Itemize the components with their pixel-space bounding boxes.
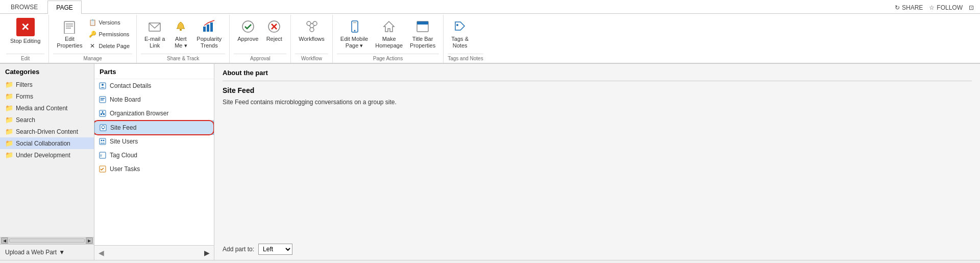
tag-cloud-icon: # — [99, 151, 107, 159]
category-forms[interactable]: 📁 Forms — [0, 90, 94, 102]
tab-page[interactable]: PAGE — [47, 1, 81, 14]
workflow-items: Workflows — [295, 16, 328, 53]
approve-icon — [240, 18, 256, 35]
alert-icon — [173, 18, 189, 35]
workflows-button[interactable]: Workflows — [295, 16, 328, 45]
delete-page-button[interactable]: ✕ Delete Page — [86, 40, 132, 52]
categories-list: 📁 Filters 📁 Forms 📁 Media and Content 📁 … — [0, 79, 94, 237]
categories-pane: Categories 📁 Filters 📁 Forms 📁 Media and… — [0, 64, 94, 260]
email-link-button[interactable]: E-mail aLink — [141, 16, 168, 52]
tags-notes-items: Tags &Notes — [448, 16, 472, 53]
tags-notes-button[interactable]: Tags &Notes — [448, 16, 472, 52]
mobile-label: Edit MobilePage ▾ — [340, 36, 368, 49]
popularity-trends-button[interactable]: PopularityTrends — [193, 16, 225, 52]
category-social-collab[interactable]: 📁 Social Collaboration — [0, 137, 94, 149]
part-site-feed[interactable]: Site Feed — [94, 121, 214, 135]
add-part-label: Add part to: — [223, 246, 254, 253]
title-bar-properties-button[interactable]: Title BarProperties — [406, 16, 439, 52]
homepage-label: MakeHomepage — [375, 36, 403, 49]
svg-point-20 — [354, 30, 356, 32]
part-tag-cloud[interactable]: # Tag Cloud — [94, 149, 214, 162]
tag-cloud-label: Tag Cloud — [110, 152, 137, 159]
delete-icon: ✕ — [88, 42, 96, 50]
mobile-icon — [346, 18, 362, 35]
category-search-driven-label: Search-Driven Content — [16, 128, 78, 135]
page-action-items: Edit MobilePage ▾ MakeHomepage Title Bar… — [337, 16, 439, 53]
minimize-button[interactable]: ⊡ — [969, 4, 974, 11]
svg-rect-29 — [101, 98, 105, 99]
about-pane: About the part Site Feed Site Feed conta… — [214, 64, 980, 260]
tags-notes-label: Tags &Notes — [451, 36, 469, 49]
category-filters[interactable]: 📁 Filters — [0, 79, 94, 90]
reject-button[interactable]: Reject — [262, 16, 286, 45]
stop-editing-button[interactable]: ✕ Stop Editing — [6, 16, 44, 46]
scroll-right-button[interactable]: ▶ — [86, 237, 93, 244]
ribbon: BROWSE PAGE ↻ SHARE ☆ FOLLOW ⊡ — [0, 0, 980, 63]
permissions-icon: 🔑 — [88, 30, 96, 38]
edit-properties-button[interactable]: EditProperties — [53, 16, 86, 52]
parts-nav: ◀ ▶ — [94, 245, 214, 260]
svg-rect-5 — [180, 29, 182, 31]
category-under-dev-label: Under Development — [16, 152, 70, 159]
site-users-icon — [99, 137, 107, 146]
part-contact-details[interactable]: Contact Details — [94, 79, 214, 93]
org-browser-label: Organization Browser — [110, 110, 168, 117]
ribbon-group-workflow: Workflows Workflow — [291, 15, 333, 63]
popularity-icon — [201, 18, 217, 35]
svg-point-15 — [310, 28, 314, 32]
follow-button[interactable]: ☆ FOLLOW — [929, 4, 963, 11]
parts-prev-button[interactable]: ◀ — [99, 249, 104, 257]
categories-title: Categories — [0, 64, 94, 79]
alert-me-button[interactable]: AlertMe ▾ — [168, 16, 193, 52]
follow-label: FOLLOW — [937, 4, 963, 11]
scroll-track — [9, 238, 85, 243]
scroll-left-button[interactable]: ◀ — [1, 237, 8, 244]
part-note-board[interactable]: Note Board — [94, 93, 214, 107]
versions-button[interactable]: 📋 Versions — [86, 17, 132, 28]
category-search-driven[interactable]: 📁 Search-Driven Content — [0, 126, 94, 137]
reject-label: Reject — [266, 36, 282, 42]
make-homepage-button[interactable]: MakeHomepage — [372, 16, 406, 52]
tab-browse[interactable]: BROWSE — [2, 0, 46, 13]
permissions-button[interactable]: 🔑 Permissions — [86, 29, 132, 40]
webparts-panel: Categories 📁 Filters 📁 Forms 📁 Media and… — [0, 63, 980, 260]
part-org-browser[interactable]: Organization Browser — [94, 107, 214, 121]
approve-button[interactable]: Approve — [234, 16, 262, 45]
email-icon — [146, 18, 163, 35]
category-media-content[interactable]: 📁 Media and Content — [0, 102, 94, 114]
horizontal-scrollbar[interactable]: ◀ ▶ — [0, 237, 94, 244]
title-bar-label: Title BarProperties — [410, 36, 435, 49]
part-site-users[interactable]: Site Users — [94, 135, 214, 149]
reject-icon — [266, 18, 282, 35]
parts-title: Parts — [94, 64, 214, 79]
parts-pane: Parts Contact Details Note Board — [94, 64, 214, 260]
upload-webpart-button[interactable]: Upload a Web Part ▼ — [0, 244, 94, 260]
svg-point-41 — [103, 140, 105, 141]
site-feed-label: Site Feed — [110, 124, 136, 131]
upload-webpart-arrow: ▼ — [59, 249, 65, 256]
manage-small-group: 📋 Versions 🔑 Permissions ✕ Delete Page — [86, 16, 132, 53]
top-right-actions: ↻ SHARE ☆ FOLLOW ⊡ — [895, 4, 974, 11]
manage-group-items: EditProperties 📋 Versions 🔑 Permissions … — [53, 16, 132, 53]
svg-point-27 — [102, 84, 104, 86]
svg-rect-2 — [66, 26, 73, 27]
category-search[interactable]: 📁 Search — [0, 114, 94, 126]
parts-next-button[interactable]: ▶ — [204, 249, 210, 257]
workflow-label: Workflow — [295, 54, 328, 63]
category-under-dev[interactable]: 📁 Under Development — [0, 149, 94, 161]
folder-icon-dev: 📁 — [5, 151, 13, 159]
part-user-tasks[interactable]: User Tasks — [94, 162, 214, 176]
edit-group-items: ✕ Stop Editing — [6, 16, 44, 53]
share-label: SHARE — [902, 4, 923, 11]
contact-details-icon — [99, 82, 107, 90]
folder-icon-media: 📁 — [5, 104, 13, 112]
note-board-icon — [99, 95, 107, 104]
svg-point-13 — [307, 21, 311, 26]
manage-group-label: Manage — [53, 54, 132, 63]
ribbon-group-edit: ✕ Stop Editing Edit — [2, 15, 49, 63]
add-part-dropdown[interactable]: Left Right Center — [258, 244, 292, 255]
share-button[interactable]: ↻ SHARE — [895, 4, 923, 11]
workflows-icon — [304, 18, 320, 35]
ribbon-content: ✕ Stop Editing Edit EditProperties — [0, 14, 980, 63]
edit-mobile-page-button[interactable]: Edit MobilePage ▾ — [337, 16, 372, 52]
